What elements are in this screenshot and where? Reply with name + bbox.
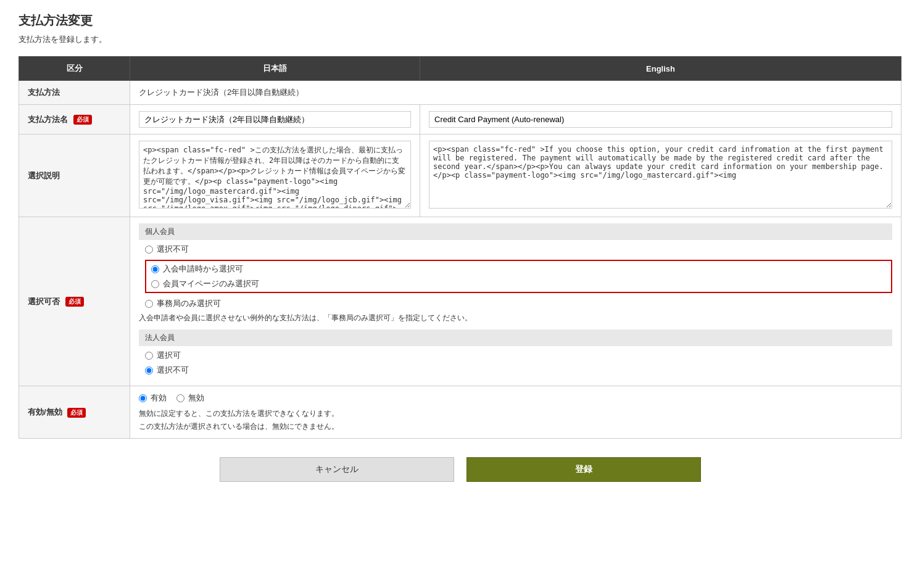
radio-from-application[interactable] (151, 265, 159, 273)
row-selection-description: 選択説明 <p><span class="fc-red" >この支払方法を選択し… (19, 135, 901, 217)
label-validity: 有効/無効 必須 (19, 386, 130, 439)
col-header-japanese: 日本語 (130, 57, 420, 81)
radio-not-selectable-label[interactable]: 選択不可 (145, 244, 892, 255)
required-badge-name: 必須 (73, 115, 92, 125)
input-payment-method-name-en[interactable] (429, 111, 892, 128)
row-payment-method-name: 支払方法名 必須 (19, 105, 901, 135)
radio-office-only[interactable] (145, 300, 153, 308)
cell-name-en[interactable] (420, 105, 901, 135)
radio-invalid-label[interactable]: 無効 (176, 392, 204, 404)
validity-radio-group: 有効 無効 (139, 392, 892, 404)
corporate-section: 法人会員 選択可 選択不可 (139, 329, 892, 376)
radio-corp-selectable-label[interactable]: 選択可 (145, 350, 892, 361)
row-validity: 有効/無効 必須 有効 無効 無効に設定すると、この支払方法を選択できなくなりま… (19, 386, 901, 439)
corporate-radio-group: 選択可 選択不可 (145, 350, 892, 376)
button-row: キャンセル 登録 (19, 457, 901, 482)
required-badge-selectable: 必須 (65, 297, 84, 307)
radio-corp-selectable[interactable] (145, 352, 153, 360)
radio-invalid[interactable] (176, 394, 184, 402)
radio-my-page-only-label[interactable]: 会員マイページのみ選択可 (151, 278, 886, 289)
row-selectable: 選択可否 必須 個人会員 選択不可 入会申請時から選択可 (19, 217, 901, 386)
cell-selectable: 個人会員 選択不可 入会申請時から選択可 会員マイ (130, 217, 901, 386)
validity-note1: 無効に設定すると、この支払方法を選択できなくなります。 (139, 408, 892, 419)
radio-corp-not-selectable-label[interactable]: 選択不可 (145, 365, 892, 376)
page-subtitle: 支払方法を登録します。 (19, 34, 901, 45)
value-payment-method-ja: クレジットカード決済（2年目以降自動継続） (130, 81, 901, 105)
selectable-note: 入会申請者や会員に選択させない例外的な支払方法は、「事務局のみ選択可」を指定して… (139, 313, 892, 323)
highlighted-options-box: 入会申請時から選択可 会員マイページのみ選択可 (145, 260, 892, 293)
corporate-member-header: 法人会員 (139, 329, 892, 346)
cell-validity: 有効 無効 無効に設定すると、この支払方法を選択できなくなります。 この支払方法… (130, 386, 901, 439)
col-header-category: 区分 (19, 57, 130, 81)
cell-desc-ja[interactable]: <p><span class="fc-red" >この支払方法を選択した場合、最… (130, 135, 420, 217)
personal-radio-group: 選択不可 入会申請時から選択可 会員マイページのみ選択可 (145, 244, 892, 309)
radio-valid[interactable] (139, 394, 147, 402)
label-selectable: 選択可否 必須 (19, 217, 130, 386)
required-badge-validity: 必須 (67, 408, 86, 418)
row-payment-method: 支払方法 クレジットカード決済（2年目以降自動継続） (19, 81, 901, 105)
label-selection-description: 選択説明 (19, 135, 130, 217)
radio-office-only-label[interactable]: 事務局のみ選択可 (145, 298, 892, 309)
main-table: 区分 日本語 English 支払方法 クレジットカード決済（2年目以降自動継続… (19, 56, 901, 439)
cell-desc-en[interactable]: <p><span class="fc-red" >If you choose t… (420, 135, 901, 217)
cell-name-ja[interactable] (130, 105, 420, 135)
label-payment-method: 支払方法 (19, 81, 130, 105)
radio-valid-label[interactable]: 有効 (139, 392, 167, 404)
input-payment-method-name-ja[interactable] (139, 111, 411, 128)
personal-member-header: 個人会員 (139, 223, 892, 240)
label-payment-method-name: 支払方法名 必須 (19, 105, 130, 135)
submit-button[interactable]: 登録 (466, 457, 701, 482)
radio-not-selectable[interactable] (145, 246, 153, 254)
textarea-description-ja[interactable]: <p><span class="fc-red" >この支払方法を選択した場合、最… (139, 141, 411, 209)
cancel-button[interactable]: キャンセル (220, 457, 454, 482)
radio-my-page-only[interactable] (151, 280, 159, 288)
radio-from-application-label[interactable]: 入会申請時から選択可 (151, 263, 886, 275)
textarea-description-en[interactable]: <p><span class="fc-red" >If you choose t… (429, 141, 892, 209)
page-title: 支払方法変更 (19, 12, 901, 29)
validity-note2: この支払方法が選択されている場合は、無効にできません。 (139, 421, 892, 432)
col-header-english: English (420, 57, 901, 81)
radio-corp-not-selectable[interactable] (145, 366, 153, 375)
